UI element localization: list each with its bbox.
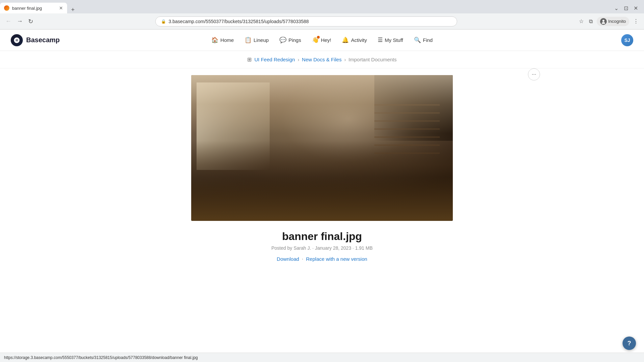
- mystuff-icon: ☰: [378, 37, 383, 44]
- back-button[interactable]: ←: [4, 16, 13, 26]
- browser-menu-button[interactable]: ⋮: [632, 17, 640, 26]
- status-bar: https://storage.3.basecamp.com/5550377/b…: [0, 353, 644, 362]
- reload-button[interactable]: ↻: [27, 16, 35, 26]
- browser-chrome: banner final.jpg ✕ + ⌄ ⊡ ✕ ← → ↻ 🔒 3.bas…: [0, 0, 644, 29]
- nav-mystuff-label: My Stuff: [385, 37, 403, 43]
- file-title: banner final.jpg: [117, 230, 527, 243]
- minimize-button[interactable]: ⌄: [612, 4, 621, 12]
- help-button[interactable]: ?: [623, 337, 636, 350]
- active-tab[interactable]: banner final.jpg ✕: [0, 3, 67, 13]
- find-icon: 🔍: [414, 37, 421, 44]
- incognito-label: Incognito: [608, 19, 626, 24]
- window-controls: ⌄ ⊡ ✕: [608, 4, 644, 13]
- bookmark-button[interactable]: ☆: [578, 17, 585, 26]
- overflow-menu-button[interactable]: ···: [528, 68, 540, 80]
- file-date: January 28, 2023: [315, 245, 351, 251]
- file-image: [191, 75, 453, 221]
- download-link[interactable]: Download: [277, 256, 299, 262]
- activity-icon: 🔔: [342, 37, 349, 44]
- pings-icon: 💬: [279, 37, 286, 44]
- svg-point-1: [602, 22, 605, 24]
- table-area: [191, 177, 453, 221]
- breadcrumb-icon: ⊞: [247, 56, 252, 63]
- toolbar-right: ☆ ⧉ Incognito ⋮: [578, 17, 640, 26]
- breadcrumb-sep-2: ›: [344, 57, 346, 62]
- meta-dot-2: ·: [353, 245, 355, 251]
- nav-lineup[interactable]: 📋 Lineup: [240, 34, 273, 46]
- notification-dot: [317, 36, 320, 39]
- nav-activity[interactable]: 🔔 Activity: [337, 34, 372, 46]
- hey-icon: 👋: [312, 37, 319, 44]
- page-content: Basecamp 🏠 Home 📋 Lineup 💬 Pings 👋 Hey! …: [0, 29, 644, 362]
- tab-title: banner final.jpg: [12, 6, 56, 11]
- nav-find[interactable]: 🔍 Find: [409, 34, 437, 46]
- nav-pings[interactable]: 💬 Pings: [275, 34, 306, 46]
- nav-mystuff[interactable]: ☰ My Stuff: [373, 34, 408, 46]
- breadcrumb-project-link[interactable]: UI Feed Redesign: [254, 57, 295, 62]
- tab-favicon: [4, 5, 9, 11]
- logo-area[interactable]: Basecamp: [11, 34, 60, 46]
- file-meta: Posted by Sarah J. · January 28, 2023 · …: [117, 245, 527, 251]
- lineup-icon: 📋: [245, 37, 252, 44]
- nav-hey-label: Hey!: [321, 37, 331, 43]
- image-container: [117, 75, 527, 221]
- breadcrumb-sep-1: ›: [298, 57, 299, 62]
- home-icon: 🏠: [211, 37, 218, 44]
- app-nav: Basecamp 🏠 Home 📋 Lineup 💬 Pings 👋 Hey! …: [0, 29, 644, 51]
- action-separator: ·: [302, 256, 303, 262]
- cafe-image-bg: [191, 75, 453, 221]
- basecamp-logo-icon: [11, 34, 23, 46]
- nav-activity-label: Activity: [351, 37, 367, 43]
- nav-items: 🏠 Home 📋 Lineup 💬 Pings 👋 Hey! 🔔 Activit…: [207, 34, 437, 46]
- nav-find-label: Find: [423, 37, 433, 43]
- replace-link[interactable]: Replace with a new version: [306, 256, 367, 262]
- split-view-button[interactable]: ⧉: [588, 17, 594, 26]
- posted-by: Posted by Sarah J.: [271, 245, 311, 251]
- incognito-badge[interactable]: Incognito: [597, 17, 629, 26]
- close-tab-button[interactable]: ✕: [59, 5, 63, 11]
- file-actions: Download · Replace with a new version: [117, 256, 527, 262]
- nav-lineup-label: Lineup: [254, 37, 269, 43]
- close-window-button[interactable]: ✕: [632, 4, 640, 12]
- svg-point-0: [602, 20, 604, 22]
- main-content: ··· banner final.jpg Posted by Sarah J. …: [104, 68, 540, 282]
- nav-home-label: Home: [220, 37, 234, 43]
- incognito-icon: [600, 18, 607, 25]
- logo-text: Basecamp: [26, 36, 60, 44]
- browser-toolbar: ← → ↻ 🔒 3.basecamp.com/5550377/buckets/3…: [0, 13, 644, 29]
- breadcrumb-section-link[interactable]: New Docs & Files: [302, 57, 341, 62]
- file-size: 1.91 MB: [355, 245, 373, 251]
- url-text: 3.basecamp.com/5550377/buckets/31325815/…: [169, 19, 451, 24]
- user-avatar[interactable]: SJ: [621, 34, 633, 46]
- new-tab-button[interactable]: +: [68, 6, 77, 13]
- meta-dot-1: ·: [312, 245, 315, 251]
- nav-pings-label: Pings: [288, 37, 301, 43]
- status-url: https://storage.3.basecamp.com/5550377/b…: [4, 355, 198, 360]
- lock-icon: 🔒: [161, 19, 166, 24]
- breadcrumb: ⊞ UI Feed Redesign › New Docs & Files › …: [0, 51, 644, 68]
- nav-hey[interactable]: 👋 Hey!: [307, 34, 336, 46]
- restore-button[interactable]: ⊡: [622, 4, 630, 12]
- breadcrumb-current: Important Documents: [348, 57, 396, 62]
- nav-home[interactable]: 🏠 Home: [207, 34, 238, 46]
- forward-button[interactable]: →: [15, 16, 24, 26]
- address-bar[interactable]: 🔒 3.basecamp.com/5550377/buckets/3132581…: [155, 16, 457, 26]
- dark-corner: [374, 75, 453, 141]
